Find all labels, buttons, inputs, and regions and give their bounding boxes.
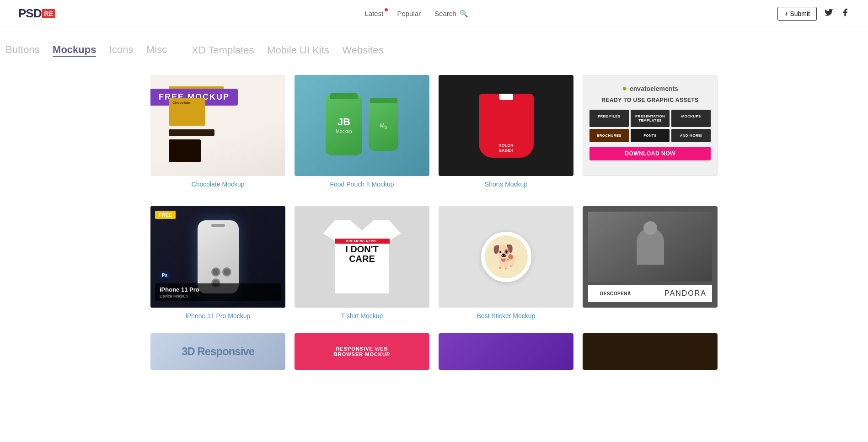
model-head — [643, 221, 657, 235]
dog-sticker: 🐕 — [481, 232, 531, 282]
cat-mockups[interactable]: Mockups — [53, 44, 96, 57]
card-dark — [583, 333, 718, 370]
card-3d-responsive: 3D Responsive — [150, 333, 285, 370]
site-header: PSD RE Latest Popular Search 🔍 + Submit — [0, 0, 868, 27]
card-iphone-image[interactable]: FREE Ps iPhone 11 — [150, 206, 285, 307]
card-sticker-title[interactable]: Best Sticker Mockup — [477, 312, 536, 320]
card-purple-image[interactable] — [439, 333, 573, 370]
card-envato-ad: ● envatoelements READY TO USE GRAPHIC AS… — [583, 75, 718, 188]
iphone-device-label: iPhone 11 Pro — [160, 286, 199, 293]
asset-more: AND MORE! — [671, 129, 711, 142]
download-now-button[interactable]: DOWNLOAD NOW — [589, 147, 711, 160]
main-grid-row2: FREE Ps iPhone 11 — [137, 202, 731, 333]
pandora-ad-image[interactable]: DESCOPERĂ PANDORA — [583, 206, 718, 307]
card-3d-text: 3D Responsive — [182, 345, 254, 358]
logo-re: RE — [42, 9, 55, 18]
envato-ad-image[interactable]: ● envatoelements READY TO USE GRAPHIC AS… — [583, 75, 718, 176]
camera-lens-2 — [222, 267, 231, 277]
card-chocolate-image[interactable]: FREE MOCKUP Chocolate — [150, 75, 285, 176]
envato-headline: READY TO USE GRAPHIC ASSETS — [601, 97, 699, 103]
pandora-discover-btn[interactable]: DESCOPERĂ — [594, 289, 638, 298]
asset-presentation: PRESENTATION TEMPLATES — [631, 110, 670, 127]
card-tshirt-title[interactable]: T-shirt Mockup — [341, 312, 383, 320]
header-right: + Submit — [777, 7, 850, 21]
i-dont-care-text: I DON'TCARE — [335, 245, 390, 264]
sticker-inner: 🐕 — [439, 206, 573, 307]
pouch-left: JB Mockup — [326, 96, 362, 155]
shorts-logo: KOLORBABEH — [498, 143, 514, 153]
envato-dot-icon: ● — [622, 84, 627, 93]
choc-label: Chocolate — [172, 101, 190, 105]
card-sticker-image[interactable]: 🐕 — [439, 206, 573, 307]
pandora-photo-area — [588, 212, 712, 281]
card-shorts-image[interactable]: KOLORBABEH — [439, 75, 573, 176]
iphone-label-area: Ps iPhone 11 Pro Device Mockup — [150, 283, 285, 301]
pouch-right: Mb — [369, 101, 398, 151]
tshirt-wrap: BREAKING NEWS: I DON'TCARE — [323, 220, 401, 293]
category-row-1: Buttons Mockups Icons Misc — [0, 44, 172, 57]
search-icon: 🔍 — [460, 10, 468, 17]
nav-search[interactable]: Search 🔍 — [434, 10, 468, 18]
iphone-device-sublabel: Device Mockup — [160, 294, 276, 298]
model-silhouette — [637, 228, 664, 265]
choc-wrapper-gold: Chocolate — [169, 98, 205, 126]
card-dark-image[interactable] — [583, 333, 718, 370]
shorts-shape: KOLORBABEH — [479, 94, 534, 158]
category-row-2: XD Templates Mobile UI Kits Websites — [186, 44, 389, 56]
camera-lens-1 — [211, 267, 220, 277]
iphone-notch — [211, 224, 225, 227]
twitter-link[interactable] — [824, 8, 833, 19]
tshirt-print: BREAKING NEWS: I DON'TCARE — [335, 239, 390, 264]
browser-text-1: RESPONSIVE WEB — [336, 346, 388, 351]
card-chocolate-title[interactable]: Chocolate Mockup — [192, 181, 245, 188]
card-sticker: 🐕 Best Sticker Mockup — [439, 206, 573, 319]
card-iphone: FREE Ps iPhone 11 — [150, 206, 285, 319]
card-browser-mockup: RESPONSIVE WEB BROWSER MOCKUP — [295, 333, 429, 370]
nav-popular[interactable]: Popular — [397, 10, 421, 17]
asset-free-files: FREE FILES — [589, 110, 629, 127]
card-pouch-title[interactable]: Food Pouch II Mockup — [330, 181, 394, 188]
card-shorts: KOLORBABEH Shorts Mockup — [439, 75, 573, 188]
tshirt-inner: BREAKING NEWS: I DON'TCARE — [295, 206, 429, 307]
browser-text-2: BROWSER MOCKUP — [334, 351, 390, 357]
card-chocolate: FREE MOCKUP Chocolate Chocolate Mockup — [150, 75, 285, 188]
iphone-inner: FREE Ps iPhone 11 — [150, 206, 285, 307]
shorts-inner: KOLORBABEH — [439, 75, 573, 176]
site-logo[interactable]: PSD RE — [18, 6, 55, 21]
pandora-model — [588, 212, 712, 281]
envato-asset-grid: FREE FILES PRESENTATION TEMPLATES MOCKUP… — [589, 110, 711, 142]
card-browser-image[interactable]: RESPONSIVE WEB BROWSER MOCKUP — [295, 333, 429, 370]
category-nav: Buttons Mockups Icons Misc XD Templates … — [0, 27, 868, 70]
logo-psd: PSD — [18, 6, 41, 21]
partial-bottom-row: 3D Responsive RESPONSIVE WEB BROWSER MOC… — [137, 333, 731, 374]
chocolate-inner: FREE MOCKUP Chocolate — [150, 75, 285, 176]
card-tshirt-image[interactable]: BREAKING NEWS: I DON'TCARE — [295, 206, 429, 307]
photoshop-icon: Ps — [160, 272, 170, 279]
submit-button[interactable]: + Submit — [777, 7, 817, 21]
cat-websites[interactable]: Websites — [342, 44, 383, 56]
card-3d-image[interactable]: 3D Responsive — [150, 333, 285, 370]
card-shorts-title[interactable]: Shorts Mockup — [485, 181, 527, 188]
asset-brochures: BROCHURES — [589, 129, 629, 142]
card-pouch-image[interactable]: JB Mockup Mb — [295, 75, 429, 176]
pandora-footer: DESCOPERĂ PANDORA — [588, 285, 712, 302]
cat-icons[interactable]: Icons — [109, 44, 134, 56]
iphone-shape — [198, 220, 239, 293]
card-tshirt: BREAKING NEWS: I DON'TCARE T-shirt Mocku… — [295, 206, 429, 319]
main-nav: Latest Popular Search 🔍 — [365, 10, 468, 18]
card-iphone-title[interactable]: iPhone 11 Pro Mockup — [186, 312, 251, 320]
envato-logo: ● envatoelements — [622, 84, 678, 93]
card-food-pouch: JB Mockup Mb Food Pouch II Mockup — [295, 75, 429, 188]
cat-buttons[interactable]: Buttons — [5, 44, 40, 56]
cat-xd-templates[interactable]: XD Templates — [192, 44, 254, 56]
cat-mobile-ui[interactable]: Mobile UI Kits — [267, 44, 329, 56]
main-grid-row1: FREE MOCKUP Chocolate Chocolate Mockup J… — [137, 70, 731, 202]
facebook-link[interactable] — [841, 8, 850, 19]
asset-fonts: FONTS — [631, 129, 670, 142]
latest-dot — [385, 8, 388, 11]
card-pandora-ad: DESCOPERĂ PANDORA — [583, 206, 718, 319]
nav-latest[interactable]: Latest — [365, 10, 384, 17]
breaking-news-text: BREAKING NEWS: — [335, 239, 390, 244]
cat-misc[interactable]: Misc — [146, 44, 167, 56]
asset-mockups: MOCKUPS — [671, 110, 711, 127]
